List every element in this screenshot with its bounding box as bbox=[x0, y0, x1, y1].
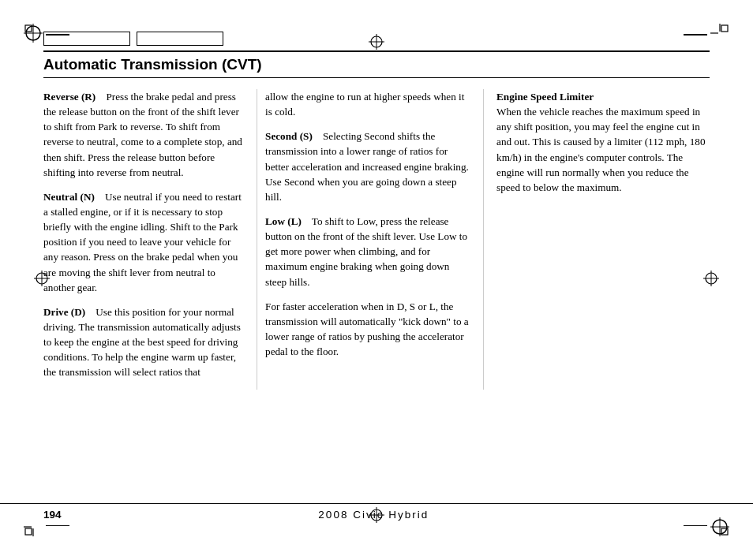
side-line-tl bbox=[46, 34, 69, 35]
footer: 194 2008 Civic Hybrid bbox=[0, 503, 753, 521]
footer-book-title: 2008 Civic Hybrid bbox=[318, 509, 429, 521]
section-engine-speed: Engine Speed Limiter When the vehicle re… bbox=[496, 89, 710, 195]
corner-mark-tl bbox=[22, 22, 44, 44]
drive-text: Drive (D) Use this position for your nor… bbox=[43, 304, 244, 380]
neutral-label: Neutral (N) bbox=[43, 191, 95, 203]
col-mid: allow the engine to run at higher speeds… bbox=[257, 89, 483, 390]
kickdown-text: For faster acceleration when in D, S or … bbox=[265, 299, 470, 360]
drive-label: Drive (D) bbox=[43, 306, 85, 318]
engine-speed-label: Engine Speed Limiter bbox=[496, 91, 594, 103]
reverse-label: Reverse (R) bbox=[43, 91, 96, 103]
side-line-bl bbox=[46, 525, 69, 527]
footer-page-number: 194 bbox=[43, 509, 62, 521]
title-row: Automatic Transmission (CVT) bbox=[43, 50, 710, 78]
engine-speed-text: Engine Speed Limiter When the vehicle re… bbox=[496, 89, 710, 195]
neutral-text: Neutral (N) Use neutral if you need to r… bbox=[43, 189, 244, 295]
reverse-text: Reverse (R) Press the brake pedal and pr… bbox=[43, 89, 244, 180]
col-left: Reverse (R) Press the brake pedal and pr… bbox=[43, 89, 257, 390]
low-label: Low (L) bbox=[265, 215, 302, 227]
section-neutral: Neutral (N) Use neutral if you need to r… bbox=[43, 189, 244, 295]
cross-mark-left bbox=[33, 270, 51, 290]
svg-rect-7 bbox=[25, 528, 32, 535]
side-line-br bbox=[684, 525, 707, 527]
cross-mark-top bbox=[368, 33, 385, 54]
engine-speed-body: When the vehicle reaches the maximum spe… bbox=[496, 106, 705, 193]
neutral-body: Use neutral if you need to restart a sta… bbox=[43, 191, 242, 293]
svg-rect-6 bbox=[721, 25, 728, 32]
content-columns: Reverse (R) Press the brake pedal and pr… bbox=[43, 89, 710, 390]
section-kickdown: For faster acceleration when in D, S or … bbox=[265, 299, 470, 360]
section-reverse: Reverse (R) Press the brake pedal and pr… bbox=[43, 89, 244, 180]
section-second: Second (S) Selecting Second shifts the t… bbox=[265, 129, 470, 204]
second-label: Second (S) bbox=[265, 130, 313, 142]
section-low: Low (L) To shift to Low, press the relea… bbox=[265, 214, 470, 289]
corner-mark-tr bbox=[709, 22, 731, 44]
section-drive: Drive (D) Use this position for your nor… bbox=[43, 304, 244, 380]
second-text: Second (S) Selecting Second shifts the t… bbox=[265, 129, 470, 204]
page: Automatic Transmission (CVT) Reverse (R)… bbox=[0, 0, 753, 560]
cross-mark-right bbox=[702, 270, 720, 290]
col-right: Engine Speed Limiter When the vehicle re… bbox=[483, 89, 710, 390]
reverse-body: Press the brake pedal and press the rele… bbox=[43, 91, 242, 178]
drive-continuation: allow the engine to run at higher speeds… bbox=[265, 89, 470, 119]
low-text: Low (L) To shift to Low, press the relea… bbox=[265, 214, 470, 289]
tab-box-2 bbox=[137, 32, 223, 46]
side-line-tr bbox=[684, 34, 707, 35]
page-title: Automatic Transmission (CVT) bbox=[43, 56, 262, 73]
